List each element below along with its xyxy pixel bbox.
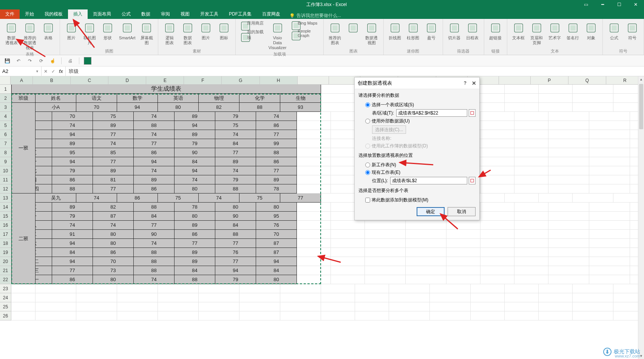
cell-H2[interactable]: 生物 — [280, 94, 321, 103]
tab-插入[interactable]: 插入 — [68, 9, 88, 19]
row-header-22[interactable]: 22 — [0, 275, 11, 284]
cell-G24[interactable] — [239, 293, 280, 302]
cell-Q16[interactable] — [589, 221, 630, 230]
ribbon-button[interactable]: 逻辑图表 — [161, 20, 179, 46]
cell-N7[interactable] — [480, 139, 514, 148]
cell-B2[interactable]: 姓名 — [36, 94, 76, 103]
col-header-B[interactable]: B — [33, 76, 71, 85]
cell-Q8[interactable] — [589, 148, 630, 157]
row-header-16[interactable]: 16 — [0, 221, 11, 230]
ribbon-button[interactable]: 符号 — [623, 20, 641, 41]
cell-N6[interactable] — [480, 130, 514, 139]
fill-color-swatch[interactable] — [84, 57, 91, 65]
cell-C23[interactable] — [76, 284, 117, 293]
cancel-button[interactable]: 取消 — [448, 207, 476, 216]
cell-E21[interactable]: 88 — [134, 266, 175, 275]
cell-F24[interactable] — [199, 293, 239, 302]
cell-E8[interactable]: 86 — [134, 148, 175, 157]
cell-N11[interactable] — [480, 175, 514, 184]
cell-N21[interactable] — [480, 266, 514, 275]
cell-I20[interactable] — [297, 257, 331, 266]
cell-C18[interactable]: 94 — [52, 239, 93, 248]
cell-E23[interactable] — [158, 284, 199, 293]
tab-公式[interactable]: 公式 — [116, 9, 136, 19]
touch-icon[interactable]: ☝ — [48, 57, 57, 65]
cell-H5[interactable]: 86 — [256, 121, 297, 130]
cell-G22[interactable]: 79 — [215, 275, 256, 284]
cell-C9[interactable]: 94 — [52, 157, 93, 166]
name-box[interactable]: A2▼ — [0, 67, 42, 76]
cell-H6[interactable]: 77 — [256, 130, 297, 139]
cell-I7[interactable] — [297, 139, 331, 148]
row-header-24[interactable]: 24 — [0, 293, 11, 302]
file-tab[interactable]: 文件 — [0, 9, 20, 19]
cell-I12[interactable] — [297, 184, 331, 193]
ribbon-button[interactable]: 对象 — [582, 20, 600, 41]
ribbon-button[interactable]: 图片 — [62, 20, 80, 41]
ribbon-options-icon[interactable]: ▭ — [578, 0, 594, 9]
cell-C8[interactable]: 95 — [52, 148, 93, 157]
cell-P11[interactable] — [548, 175, 589, 184]
row-header-1[interactable]: 1 — [0, 85, 11, 94]
cell-I4[interactable] — [297, 112, 331, 121]
cell-M26[interactable] — [471, 311, 505, 320]
cell-L23[interactable] — [430, 284, 471, 293]
save-icon[interactable]: 💾 — [3, 57, 11, 65]
cell-I11[interactable] — [297, 175, 331, 184]
row-header-20[interactable]: 20 — [0, 257, 11, 266]
cell-F13[interactable]: 74 — [199, 193, 239, 203]
cell-M17[interactable] — [446, 230, 480, 239]
cell-G7[interactable]: 84 — [215, 139, 256, 148]
col-header-C[interactable]: C — [71, 76, 108, 85]
cell-P22[interactable] — [548, 275, 589, 284]
cell-D22[interactable]: 80 — [93, 275, 134, 284]
cell-A2[interactable]: 班级 — [11, 94, 36, 103]
cell-O24[interactable] — [539, 293, 573, 302]
ribbon-button[interactable]: 推荐的数据透视表 — [20, 20, 39, 51]
cell-E22[interactable]: 74 — [134, 275, 175, 284]
class-merged-cell[interactable]: 一班 — [11, 103, 36, 193]
ribbon-button[interactable]: 屏幕截图 — [137, 20, 156, 46]
cell-J17[interactable] — [331, 230, 365, 239]
cell-H16[interactable]: 76 — [256, 221, 297, 230]
ribbon-button[interactable]: 日程表 — [463, 20, 482, 41]
cell-E16[interactable]: 77 — [134, 221, 175, 230]
cell-D3[interactable]: 94 — [117, 103, 158, 112]
cell-G18[interactable]: 77 — [215, 239, 256, 248]
row-header-23[interactable]: 23 — [0, 284, 11, 293]
cell-C16[interactable]: 74 — [52, 221, 93, 230]
cell-K17[interactable] — [365, 230, 406, 239]
cell-B24[interactable] — [36, 293, 76, 302]
cell-C21[interactable]: 77 — [52, 266, 93, 275]
cell-M24[interactable] — [471, 293, 505, 302]
vertical-scrollbar[interactable]: ▲ ▼ — [638, 76, 644, 359]
cell-N15[interactable] — [480, 212, 514, 221]
cell-I2[interactable] — [321, 94, 355, 103]
cell-Q18[interactable] — [589, 239, 630, 248]
enter-formula-button[interactable]: ✓ — [51, 69, 55, 74]
cell-Q4[interactable] — [589, 112, 630, 121]
ribbon-button[interactable]: 切片器 — [445, 20, 463, 41]
cell-P15[interactable] — [548, 212, 589, 221]
cell-M19[interactable] — [446, 248, 480, 257]
cell-J23[interactable] — [355, 284, 389, 293]
cell-G14[interactable]: 80 — [215, 203, 256, 212]
cell-D15[interactable]: 87 — [93, 212, 134, 221]
cell-O15[interactable] — [514, 212, 548, 221]
cell-K26[interactable] — [389, 311, 430, 320]
cell-Q21[interactable] — [589, 266, 630, 275]
cell-M20[interactable] — [446, 257, 480, 266]
ribbon-button[interactable]: 联机图片 — [80, 20, 99, 46]
cell-G3[interactable]: 88 — [239, 103, 280, 112]
cell-L20[interactable] — [406, 257, 446, 266]
cell-G25[interactable] — [239, 302, 280, 311]
cell-A24[interactable] — [11, 293, 36, 302]
cell-O3[interactable] — [539, 103, 573, 112]
cell-D18[interactable]: 80 — [93, 239, 134, 248]
cell-H11[interactable]: 89 — [256, 175, 297, 184]
cell-P14[interactable] — [548, 203, 589, 212]
cell-D26[interactable] — [117, 311, 158, 320]
cell-P23[interactable] — [573, 284, 613, 293]
cell-F10[interactable]: 94 — [175, 166, 215, 175]
cell-G21[interactable]: 94 — [215, 266, 256, 275]
